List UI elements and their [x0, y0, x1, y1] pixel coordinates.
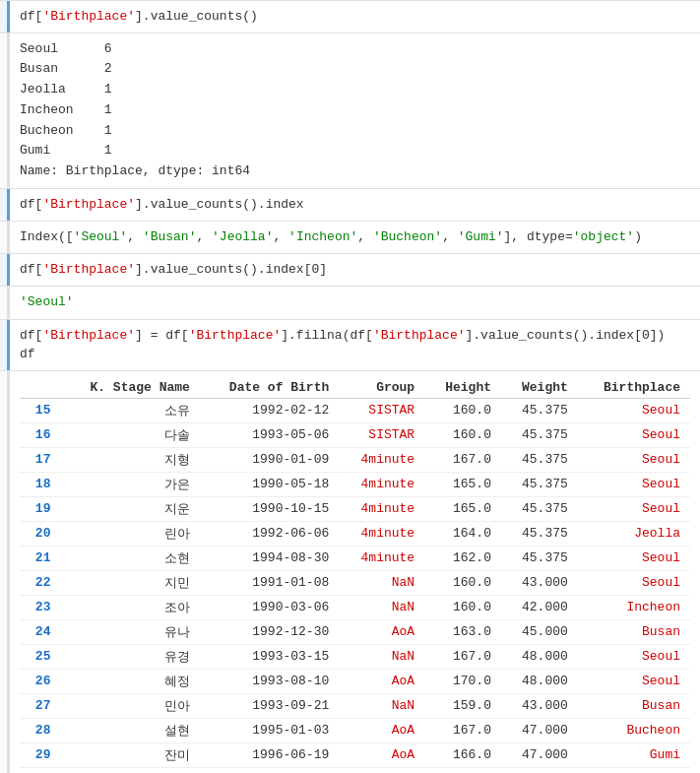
cell-birthplace: Seoul: [578, 496, 690, 521]
cell3-out-content: 'Seoul': [10, 287, 700, 319]
data-table: K. Stage Name Date of Birth Group Height…: [20, 377, 690, 768]
cell-idx: 15: [20, 398, 60, 422]
cell-height: 167.0: [424, 644, 501, 669]
cell4-gutter: [0, 320, 10, 370]
table-row: 24유나1992-12-30AoA163.045.000Busan: [20, 619, 690, 644]
cell-height: 166.0: [424, 742, 501, 767]
cell-weight: 45.375: [501, 447, 578, 472]
cell-weight: 48.000: [501, 669, 578, 693]
table-row: 19지운1990-10-154minute165.045.375Seoul: [20, 496, 690, 521]
cell-height: 160.0: [424, 398, 501, 422]
cell-weight: 42.000: [501, 595, 578, 619]
table-row: 23조아1990-03-06NaN160.042.000Incheon: [20, 595, 690, 619]
cell1-input: df['Birthplace'].value_counts(): [0, 0, 700, 32]
code-line-4b: df: [20, 345, 690, 364]
cell-group: NaN: [339, 644, 424, 669]
cell-group: 4minute: [339, 546, 424, 570]
cell-birthplace: Seoul: [578, 447, 690, 472]
cell-weight: 45.000: [501, 619, 578, 644]
table-row: 22지민1991-01-08NaN160.043.000Seoul: [20, 570, 690, 595]
cell-idx: 18: [20, 472, 60, 496]
cell-height: 160.0: [424, 422, 501, 447]
cell3-out-text: 'Seoul': [20, 292, 690, 313]
cell4-input: df['Birthplace'] = df['Birthplace'].fill…: [0, 319, 700, 370]
cell-dob: 1992-02-12: [200, 398, 339, 422]
cell2-input: df['Birthplace'].value_counts().index: [0, 188, 700, 221]
cell1-output: Seoul 6 Busan 2 Jeolla 1 Incheon 1 Buche…: [0, 32, 700, 189]
code-line-4a: df['Birthplace'] = df['Birthplace'].fill…: [20, 326, 690, 346]
cell3-output: 'Seoul': [0, 286, 700, 319]
table-header-row: K. Stage Name Date of Birth Group Height…: [20, 377, 690, 399]
cell-idx: 19: [20, 496, 60, 521]
cell-name: 소유: [60, 398, 199, 422]
table-row: 26혜정1993-08-10AoA170.048.000Seoul: [20, 669, 690, 693]
cell-idx: 17: [20, 447, 60, 472]
cell-dob: 1995-01-03: [200, 718, 339, 742]
table-row: 21소현1994-08-304minute162.045.375Seoul: [20, 546, 690, 570]
cell4-code: df['Birthplace'] = df['Birthplace'].fill…: [10, 320, 700, 370]
cell-weight: 43.000: [501, 570, 578, 595]
cell-name: 소현: [60, 546, 199, 570]
cell-dob: 1993-09-21: [200, 693, 339, 718]
col-header-birthplace: Birthplace: [578, 377, 690, 399]
cell-weight: 45.375: [501, 521, 578, 546]
cell-idx: 22: [20, 570, 60, 595]
cell-weight: 43.000: [501, 693, 578, 718]
table-row: 28설현1995-01-03AoA167.047.000Bucheon: [20, 718, 690, 742]
notebook: df['Birthplace'].value_counts() Seoul 6 …: [0, 0, 700, 773]
cell-height: 165.0: [424, 496, 501, 521]
cell-weight: 47.000: [501, 718, 578, 742]
cell3-code: df['Birthplace'].value_counts().index[0]: [10, 254, 700, 286]
table-row: 25유경1993-03-15NaN167.048.000Seoul: [20, 644, 690, 669]
cell2-out-content: Index(['Seoul', 'Busan', 'Jeolla', 'Inch…: [10, 222, 700, 254]
table-row: 29잔미1996-06-19AoA166.047.000Gumi: [20, 742, 690, 767]
cell-dob: 1990-01-09: [200, 447, 339, 472]
cell-group: 4minute: [339, 472, 424, 496]
cell-idx: 29: [20, 742, 60, 767]
col-header-idx: [20, 377, 60, 399]
cell1-code: df['Birthplace'].value_counts(): [10, 1, 700, 32]
cell-idx: 23: [20, 595, 60, 619]
cell-height: 170.0: [424, 669, 501, 693]
cell-idx: 28: [20, 718, 60, 742]
cell-idx: 25: [20, 644, 60, 669]
cell4-out-gutter: [0, 371, 10, 773]
cell-idx: 20: [20, 521, 60, 546]
cell-birthplace: Seoul: [578, 546, 690, 570]
cell-group: SISTAR: [339, 422, 424, 447]
cell3-input: df['Birthplace'].value_counts().index[0]: [0, 253, 700, 286]
cell-name: 혜정: [60, 669, 199, 693]
cell-group: NaN: [339, 693, 424, 718]
cell-dob: 1990-10-15: [200, 496, 339, 521]
cell2-out-gutter: [0, 222, 10, 254]
cell-birthplace: Seoul: [578, 644, 690, 669]
cell-birthplace: Seoul: [578, 398, 690, 422]
cell-idx: 27: [20, 693, 60, 718]
cell-dob: 1992-12-30: [200, 619, 339, 644]
cell-height: 165.0: [424, 472, 501, 496]
cell-dob: 1991-01-08: [200, 570, 339, 595]
cell-name: 지운: [60, 496, 199, 521]
cell-birthplace: Seoul: [578, 472, 690, 496]
col-header-group: Group: [339, 377, 424, 399]
cell-weight: 47.000: [501, 742, 578, 767]
cell-idx: 24: [20, 619, 60, 644]
cell2-code: df['Birthplace'].value_counts().index: [10, 189, 700, 221]
cell-name: 린아: [60, 521, 199, 546]
cell-group: AoA: [339, 742, 424, 767]
cell-dob: 1993-03-15: [200, 644, 339, 669]
cell1-gutter: [0, 1, 10, 32]
cell-height: 160.0: [424, 570, 501, 595]
cell3-out-gutter: [0, 287, 10, 319]
cell-group: 4minute: [339, 447, 424, 472]
cell-idx: 16: [20, 422, 60, 447]
cell-height: 162.0: [424, 546, 501, 570]
cell-birthplace: Seoul: [578, 669, 690, 693]
cell-name: 민아: [60, 693, 199, 718]
cell-name: 유경: [60, 644, 199, 669]
cell-height: 160.0: [424, 595, 501, 619]
col-header-kstage: K. Stage Name: [60, 377, 199, 399]
cell-group: NaN: [339, 570, 424, 595]
cell1-out-text: Seoul 6 Busan 2 Jeolla 1 Incheon 1 Buche…: [20, 39, 690, 183]
cell-group: AoA: [339, 619, 424, 644]
